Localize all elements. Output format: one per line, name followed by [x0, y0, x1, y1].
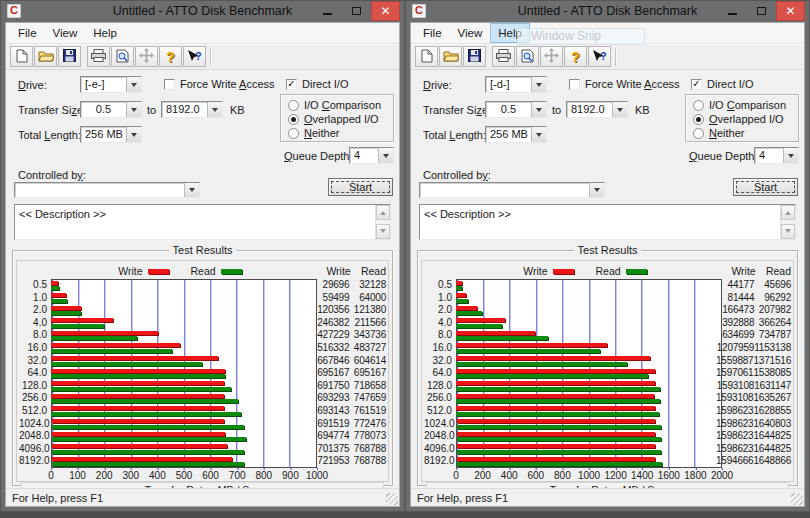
menu-view[interactable]: View [45, 23, 86, 43]
print-button[interactable] [87, 46, 110, 67]
transfer-from-value: 0.5 [81, 102, 126, 117]
total-length-combo[interactable]: 256 MB [485, 126, 547, 143]
drive-combo[interactable]: [-d-] [485, 76, 547, 93]
checkbox-icon[interactable] [569, 79, 580, 90]
context-help-button[interactable]: ? [183, 46, 206, 67]
maximize-button[interactable] [747, 1, 776, 21]
minimize-button[interactable] [313, 1, 342, 21]
print-preview-button[interactable] [516, 46, 539, 67]
transfer-to-combo[interactable]: 8192.0 [161, 101, 223, 118]
save-button[interactable] [58, 46, 81, 67]
row-label: 2048.0 [19, 430, 51, 443]
radio-icon[interactable] [288, 128, 299, 139]
controlled-by-combo[interactable] [419, 182, 605, 198]
menu-view[interactable]: View [450, 23, 491, 43]
chevron-down-icon[interactable] [126, 102, 141, 117]
start-button[interactable]: Start [328, 178, 393, 196]
chevron-down-icon[interactable] [184, 183, 199, 197]
radio-selected-icon[interactable] [288, 114, 299, 125]
transfer-to-combo[interactable]: 8192.0 [566, 101, 628, 118]
direct-io-checkbox[interactable]: ✓ Direct I/O [286, 78, 348, 90]
chart-control: Write Read Write Read 0.544177456961.081… [421, 260, 794, 482]
move-button[interactable] [540, 46, 563, 67]
scroll-down-icon[interactable] [376, 224, 390, 239]
chevron-down-icon[interactable] [783, 148, 798, 163]
chevron-down-icon[interactable] [531, 102, 546, 117]
direct-io-checkbox[interactable]: ✓ Direct I/O [691, 78, 753, 90]
chevron-down-icon[interactable] [531, 77, 546, 92]
chevron-down-icon[interactable] [126, 77, 141, 92]
checkbox-checked-icon[interactable]: ✓ [691, 79, 702, 90]
chevron-down-icon[interactable] [612, 102, 627, 117]
maximize-button[interactable] [342, 1, 371, 21]
new-document-icon [421, 49, 433, 65]
new-document-button[interactable] [10, 46, 33, 67]
print-button[interactable] [492, 46, 515, 67]
chevron-down-icon[interactable] [378, 148, 393, 163]
transfer-from-combo[interactable]: 0.5 [80, 101, 142, 118]
radio-icon[interactable] [693, 128, 704, 139]
print-preview-button[interactable] [111, 46, 134, 67]
open-button[interactable] [439, 46, 462, 67]
x-tick-label: 0 [453, 470, 459, 481]
open-button[interactable] [34, 46, 57, 67]
radio-icon[interactable] [693, 100, 704, 111]
x-tick-label: 600 [527, 470, 544, 481]
titlebar[interactable]: C Untitled - ATTO Disk Benchmark ✕ [5, 0, 400, 22]
read-bar [51, 399, 238, 403]
context-help-icon: ? [187, 49, 202, 65]
drive-combo[interactable]: [-e-] [80, 76, 142, 93]
row-label: 128.0 [424, 380, 455, 393]
radio-icon[interactable] [288, 100, 299, 111]
x-tick-label: 400 [149, 470, 166, 481]
checkbox-icon[interactable] [164, 79, 175, 90]
description-box[interactable]: << Description >> [14, 204, 391, 240]
move-button[interactable] [135, 46, 158, 67]
queue-depth-combo[interactable]: 4 [754, 147, 799, 164]
neither-radio[interactable]: Neither [288, 127, 339, 139]
total-length-combo[interactable]: 256 MB [80, 126, 142, 143]
chevron-down-icon[interactable] [126, 127, 141, 142]
scroll-up-icon[interactable] [376, 205, 390, 220]
scrollbar[interactable] [780, 205, 795, 239]
menu-file[interactable]: File [415, 23, 450, 43]
io-comparison-radio[interactable]: I/O Comparison [288, 99, 381, 111]
resize-grip[interactable] [791, 493, 803, 505]
overlapped-io-radio[interactable]: Overlapped I/O [693, 113, 784, 125]
menu-help[interactable]: Help [85, 23, 125, 43]
minimize-button[interactable] [718, 1, 747, 21]
row-label: 64.0 [424, 367, 455, 380]
transfer-from-combo[interactable]: 0.5 [485, 101, 547, 118]
chevron-down-icon[interactable] [589, 183, 604, 197]
scrollbar[interactable] [375, 205, 390, 239]
force-write-access-checkbox[interactable]: Force Write Access [164, 78, 275, 90]
close-button[interactable]: ✕ [371, 1, 400, 21]
description-box[interactable]: << Description >> [419, 204, 796, 240]
chevron-down-icon[interactable] [207, 102, 222, 117]
queue-depth-combo[interactable]: 4 [349, 147, 394, 164]
resize-grip[interactable] [386, 493, 398, 505]
chevron-down-icon[interactable] [531, 127, 546, 142]
radio-selected-icon[interactable] [693, 114, 704, 125]
context-help-button[interactable]: ? [588, 46, 611, 67]
save-button[interactable] [463, 46, 486, 67]
neither-radio[interactable]: Neither [693, 127, 744, 139]
titlebar[interactable]: C Untitled - ATTO Disk Benchmark ✕ [410, 0, 805, 22]
force-write-access-checkbox[interactable]: Force Write Access [569, 78, 680, 90]
scroll-up-icon[interactable] [781, 205, 795, 220]
row-bars [52, 443, 307, 456]
menu-help[interactable]: Help [490, 23, 530, 43]
io-comparison-radio[interactable]: I/O Comparison [693, 99, 786, 111]
overlapped-io-radio[interactable]: Overlapped I/O [288, 113, 379, 125]
new-document-button[interactable] [415, 46, 438, 67]
help-about-button[interactable]: ? [159, 46, 182, 67]
close-button[interactable]: ✕ [776, 1, 805, 21]
legend-read-label: Read [191, 265, 216, 277]
checkbox-checked-icon[interactable]: ✓ [286, 79, 297, 90]
menu-file[interactable]: File [10, 23, 45, 43]
read-value: 45696 [754, 279, 791, 292]
start-button[interactable]: Start [733, 178, 798, 196]
controlled-by-combo[interactable] [14, 182, 200, 198]
scroll-down-icon[interactable] [781, 224, 795, 239]
help-about-button[interactable]: ? [564, 46, 587, 67]
